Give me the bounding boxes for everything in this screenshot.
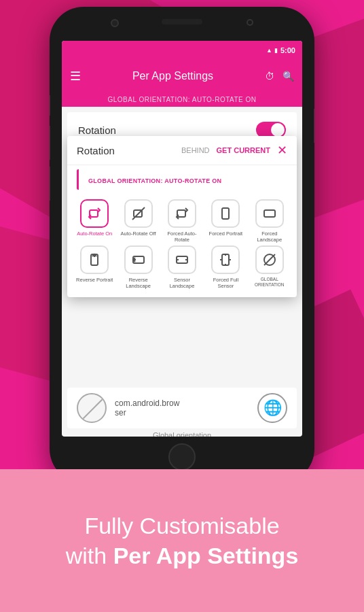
sensor-landscape-icon-box [168, 245, 196, 274]
bottom-line2-bold: Per App Settings [113, 543, 299, 568]
forced-full-sensor-icon-box [211, 245, 240, 274]
bottom-line1: Fully Customisable [84, 513, 279, 539]
bottom-section: Fully Customisable with Per App Settings [0, 469, 364, 612]
status-bar: ▲ ▮ 5:00 [62, 41, 302, 60]
forced-auto-rotate-label: Forced Auto-Rotate [162, 231, 202, 243]
dialog-header: Rotation BEHIND GET CURRENT ✕ [67, 136, 297, 165]
svg-rect-7 [264, 210, 275, 217]
rotation-option-auto-rotate-off[interactable]: Auto-Rotate Off [117, 199, 158, 243]
app-bar: ☰ Per App Settings ⏱ 🔍 [62, 60, 302, 92]
svg-rect-13 [222, 254, 229, 265]
forced-portrait-label: Forced Portrait [209, 231, 243, 237]
volume-down-button [50, 126, 50, 160]
global-orientation-banner: GLOBAL ORIENTATION: AUTO-ROTATE ON [62, 92, 302, 107]
rotation-option-reverse-landscape[interactable]: Reverse Landscape [117, 245, 158, 289]
global-orientation-label-bottom: Global orientation [62, 431, 302, 437]
auto-rotate-off-label: Auto-Rotate Off [121, 231, 156, 237]
app-row-browser[interactable]: com.android.brow ser 🌐 [67, 388, 297, 428]
status-time: 5:00 [280, 46, 295, 54]
bottom-text: Fully Customisable with Per App Settings [66, 511, 299, 571]
forced-landscape-icon-box [255, 199, 284, 228]
dialog-sub-banner: GLOBAL ORIENTATION: AUTO-ROTATE ON [77, 169, 287, 190]
auto-rotate-off-icon-box [124, 199, 153, 228]
bottom-line2-normal: with [66, 543, 113, 568]
toggle-knob [271, 123, 285, 137]
menu-icon[interactable]: ☰ [70, 69, 81, 84]
phone-mockup: ▲ ▮ 5:00 ☰ Per App Settings ⏱ 🔍 GLOBAL O… [50, 7, 314, 483]
auto-rotate-on-label: Auto-Rotate On [77, 231, 112, 237]
forced-portrait-icon-box [211, 199, 240, 228]
forced-auto-rotate-icon-box [168, 199, 196, 228]
speaker [162, 19, 202, 24]
crossed-circle-icon [77, 393, 107, 423]
power-button [314, 109, 314, 143]
rotation-option-forced-auto-rotate[interactable]: Forced Auto-Rotate [162, 199, 202, 243]
auto-rotate-on-icon-box [80, 199, 109, 228]
dialog-banner-text: GLOBAL ORIENTATION: AUTO-ROTATE ON [88, 177, 221, 184]
browser-app-info: com.android.brow ser [115, 398, 257, 418]
dialog-close-button[interactable]: ✕ [277, 143, 287, 158]
phone-screen: ▲ ▮ 5:00 ☰ Per App Settings ⏱ 🔍 GLOBAL O… [62, 41, 302, 437]
reverse-landscape-icon-box [124, 245, 153, 274]
signal-icon: ▲ [266, 47, 272, 54]
rotation-option-forced-portrait[interactable]: Forced Portrait [205, 199, 246, 243]
reverse-portrait-label: Reverse Portrait [76, 277, 113, 283]
front-camera [111, 19, 119, 27]
reverse-landscape-label: Reverse Landscape [117, 277, 158, 289]
rotation-option-forced-full-sensor[interactable]: Forced Full Sensor [205, 245, 246, 289]
sensor-landscape-label: Sensor Landscape [162, 277, 202, 289]
browser-package: com.android.brow ser [115, 398, 257, 418]
status-icons: ▲ ▮ [266, 47, 278, 54]
rotation-option-global-orientation[interactable]: GLOBAL ORIENTATION [249, 245, 290, 289]
svg-rect-6 [222, 208, 229, 219]
rotation-option-forced-landscape[interactable]: Forced Landscape [249, 199, 290, 243]
rotation-options-grid: Auto-Rotate On Auto-Rotate Off [67, 194, 297, 297]
home-button[interactable] [168, 443, 196, 471]
rotation-option-reverse-portrait[interactable]: Reverse Portrait [74, 245, 115, 289]
rotation-dialog: Rotation BEHIND GET CURRENT ✕ GLOBAL ORI… [67, 136, 297, 297]
forced-full-sensor-label: Forced Full Sensor [205, 277, 246, 289]
global-orientation-label: GLOBAL ORIENTATION [249, 277, 290, 288]
globe-icon: 🌐 [257, 393, 287, 423]
rotation-option-auto-rotate-on[interactable]: Auto-Rotate On [74, 199, 115, 243]
global-orientation-icon-box [255, 245, 284, 274]
silent-button [50, 167, 50, 201]
search-icon[interactable]: 🔍 [283, 71, 294, 82]
forced-landscape-label: Forced Landscape [249, 231, 290, 243]
battery-icon: ▮ [274, 47, 278, 54]
app-bar-title: Per App Settings [89, 70, 257, 82]
sensor [247, 19, 253, 26]
history-icon[interactable]: ⏱ [265, 71, 274, 82]
volume-up-button [50, 95, 50, 116]
reverse-portrait-icon-box [80, 245, 109, 274]
rotation-label: Rotation [78, 124, 256, 136]
dialog-title: Rotation [77, 145, 181, 156]
rotation-option-sensor-landscape[interactable]: Sensor Landscape [162, 245, 202, 289]
dialog-behind-label: BEHIND [181, 146, 210, 154]
dialog-current-button[interactable]: GET CURRENT [217, 146, 270, 154]
